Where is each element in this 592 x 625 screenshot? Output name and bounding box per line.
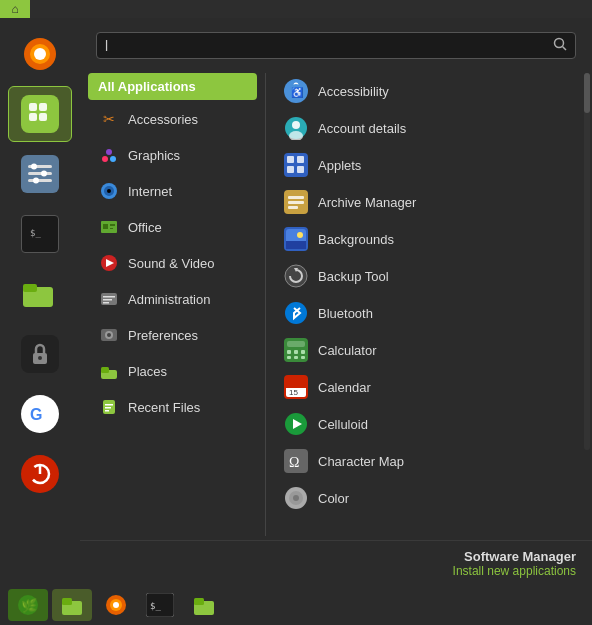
app-celluloid[interactable]: Celluloid bbox=[274, 406, 584, 442]
svg-rect-100 bbox=[194, 598, 204, 605]
svg-rect-48 bbox=[105, 410, 109, 412]
category-office[interactable]: Office bbox=[88, 210, 257, 244]
taskbar-bottom: 🌿 $_ bbox=[0, 585, 592, 625]
app-label: Character Map bbox=[318, 454, 404, 469]
category-all-applications[interactable]: All Applications bbox=[88, 73, 257, 100]
svg-rect-61 bbox=[288, 196, 304, 199]
svg-rect-66 bbox=[286, 241, 306, 249]
sound-icon bbox=[98, 252, 120, 274]
charmap-icon: Ω bbox=[284, 449, 308, 473]
backup-icon bbox=[284, 264, 308, 288]
sidebar-item-ui[interactable] bbox=[8, 146, 72, 202]
search-icon[interactable] bbox=[553, 37, 567, 54]
app-archive[interactable]: Archive Manager bbox=[274, 184, 584, 220]
app-charmap[interactable]: Ω Character Map bbox=[274, 443, 584, 479]
search-input[interactable] bbox=[105, 38, 553, 54]
svg-point-10 bbox=[31, 164, 37, 170]
svg-rect-5 bbox=[29, 113, 37, 121]
category-recent-files[interactable]: Recent Files bbox=[88, 390, 257, 424]
home-button[interactable]: ⌂ bbox=[0, 0, 30, 18]
taskbar-folder1-button[interactable] bbox=[52, 589, 92, 621]
install-apps-link[interactable]: Install new applications bbox=[96, 564, 576, 578]
sidebar-item-terminal[interactable]: $_ bbox=[8, 206, 72, 262]
bluetooth-icon bbox=[284, 301, 308, 325]
accessories-icon: ✂ bbox=[98, 108, 120, 130]
svg-rect-6 bbox=[39, 113, 47, 121]
search-bar bbox=[96, 32, 576, 59]
category-label: Sound & Video bbox=[128, 256, 215, 271]
svg-rect-59 bbox=[297, 166, 304, 173]
app-bluetooth[interactable]: Bluetooth bbox=[274, 295, 584, 331]
category-sound-video[interactable]: Sound & Video bbox=[88, 246, 257, 280]
sidebar-item-lock[interactable] bbox=[8, 326, 72, 382]
category-label: Recent Files bbox=[128, 400, 200, 415]
svg-point-67 bbox=[297, 232, 303, 238]
app-calculator[interactable]: Calculator bbox=[274, 332, 584, 368]
svg-rect-63 bbox=[288, 206, 298, 209]
category-places[interactable]: Places bbox=[88, 354, 257, 388]
svg-rect-9 bbox=[28, 179, 52, 182]
taskbar-top: ⌂ bbox=[0, 0, 592, 18]
svg-rect-16 bbox=[23, 284, 37, 292]
svg-rect-76 bbox=[287, 356, 291, 359]
taskbar-mint-button[interactable]: 🌿 bbox=[8, 589, 48, 621]
svg-rect-93 bbox=[62, 598, 72, 605]
sidebar-item-power[interactable] bbox=[8, 446, 72, 502]
category-preferences[interactable]: Preferences bbox=[88, 318, 257, 352]
app-color[interactable]: Color bbox=[274, 480, 584, 516]
category-label: Office bbox=[128, 220, 162, 235]
app-account[interactable]: Account details bbox=[274, 110, 584, 146]
app-calendar[interactable]: 15 Calendar bbox=[274, 369, 584, 405]
svg-rect-39 bbox=[103, 302, 109, 304]
svg-rect-46 bbox=[105, 404, 113, 406]
svg-point-25 bbox=[106, 149, 112, 155]
category-internet[interactable]: Internet bbox=[88, 174, 257, 208]
graphics-icon bbox=[98, 144, 120, 166]
sidebar-item-firefox[interactable] bbox=[8, 26, 72, 82]
left-sidebar: $_ G bbox=[0, 18, 80, 588]
app-applets[interactable]: Applets bbox=[274, 147, 584, 183]
category-accessories[interactable]: ✂ Accessories bbox=[88, 102, 257, 136]
main-panel: All Applications ✂ Accessories Graphics bbox=[80, 18, 592, 588]
taskbar-terminal-button[interactable]: $_ bbox=[140, 589, 180, 621]
svg-rect-77 bbox=[294, 356, 298, 359]
svg-text:$_: $_ bbox=[150, 601, 161, 611]
svg-rect-3 bbox=[29, 103, 37, 111]
sidebar-item-apps[interactable] bbox=[8, 86, 72, 142]
svg-rect-8 bbox=[28, 172, 52, 175]
taskbar-firefox-button[interactable] bbox=[96, 589, 136, 621]
color-icon bbox=[284, 486, 308, 510]
svg-text:Ω: Ω bbox=[289, 455, 299, 470]
svg-text:🌿: 🌿 bbox=[21, 597, 38, 614]
app-label: Accessibility bbox=[318, 84, 389, 99]
app-label: Bluetooth bbox=[318, 306, 373, 321]
category-label: Graphics bbox=[128, 148, 180, 163]
scroll-thumb[interactable] bbox=[584, 73, 590, 113]
svg-point-42 bbox=[107, 333, 111, 337]
sidebar-item-files[interactable] bbox=[8, 266, 72, 322]
svg-text:15: 15 bbox=[289, 388, 298, 397]
svg-rect-33 bbox=[110, 228, 113, 229]
app-label: Account details bbox=[318, 121, 406, 136]
svg-rect-4 bbox=[39, 103, 47, 111]
category-graphics[interactable]: Graphics bbox=[88, 138, 257, 172]
svg-rect-32 bbox=[110, 224, 115, 226]
app-label: Color bbox=[318, 491, 349, 506]
celluloid-icon bbox=[284, 412, 308, 436]
scroll-track bbox=[584, 73, 590, 450]
svg-point-18 bbox=[38, 356, 42, 360]
taskbar-folder2-button[interactable] bbox=[184, 589, 224, 621]
app-backup[interactable]: Backup Tool bbox=[274, 258, 584, 294]
apps-column: ♿ Accessibility Account details bbox=[266, 69, 592, 540]
svg-point-96 bbox=[113, 602, 119, 608]
applets-icon bbox=[284, 153, 308, 177]
category-administration[interactable]: Administration bbox=[88, 282, 257, 316]
svg-point-2 bbox=[34, 48, 46, 60]
app-accessibility[interactable]: ♿ Accessibility bbox=[274, 73, 584, 109]
app-label: Archive Manager bbox=[318, 195, 416, 210]
app-backgrounds[interactable]: Backgrounds bbox=[274, 221, 584, 257]
sidebar-item-google[interactable]: G bbox=[8, 386, 72, 442]
svg-point-22 bbox=[555, 39, 564, 48]
office-icon bbox=[98, 216, 120, 238]
app-label: Backup Tool bbox=[318, 269, 389, 284]
